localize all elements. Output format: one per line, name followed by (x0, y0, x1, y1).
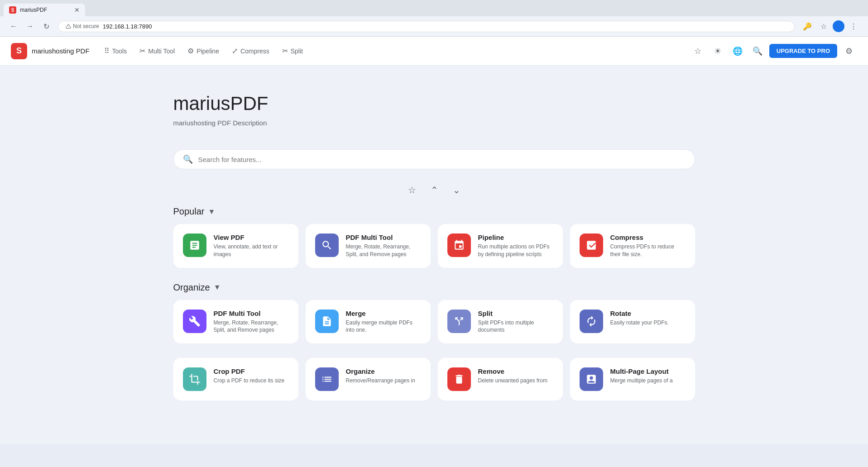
tool-card-organize[interactable]: Organize Remove/Rearrange pages in (306, 358, 431, 400)
merge-name: Merge (346, 310, 421, 317)
back-button[interactable]: ← (7, 20, 20, 33)
browser-tab[interactable]: S mariusPDF ✕ (4, 4, 85, 16)
tool-card-merge[interactable]: Merge Easily merge multiple PDFs into on… (306, 300, 431, 344)
tool-card-rotate[interactable]: Rotate Easily rotate your PDFs. (570, 300, 695, 344)
tool-card-multitool-organize[interactable]: PDF Multi Tool Merge, Rotate, Rearrange,… (173, 300, 298, 344)
tool-card-remove[interactable]: Remove Delete unwanted pages from (438, 358, 563, 400)
upgrade-button[interactable]: UPGRADE TO PRO (769, 44, 837, 58)
settings-button[interactable]: ⚙ (841, 43, 857, 59)
crop-icon (183, 367, 206, 391)
forward-button[interactable]: → (24, 20, 36, 33)
sort-up-button[interactable]: ⌃ (427, 183, 442, 197)
organize2-tools-grid: Crop PDF Crop a PDF to reduce its size O… (173, 358, 695, 400)
compress-desc: Compress PDFs to reduce their file size. (610, 243, 686, 258)
view-pdf-icon (183, 234, 206, 257)
hero-section: mariusPDF mariushosting PDF Description (173, 84, 695, 140)
compress-icon: ⤢ (232, 47, 238, 55)
multitool-organize-desc: Merge, Rotate, Rearrange, Split, and Rem… (214, 319, 289, 334)
popular-chevron[interactable]: ▼ (208, 208, 215, 216)
pipeline-name: Pipeline (478, 234, 553, 241)
tool-card-compress[interactable]: Compress Compress PDFs to reduce their f… (570, 224, 695, 268)
tool-card-multitool-popular[interactable]: PDF Multi Tool Merge, Rotate, Rearrange,… (306, 224, 431, 268)
view-pdf-desc: View, annotate, add text or images (214, 243, 289, 258)
organize-section-header: Organize ▼ (173, 282, 695, 293)
nav-tools[interactable]: ⠿ Tools (99, 44, 133, 58)
favorites-button[interactable]: ☆ (690, 43, 706, 59)
multitool-popular-info: PDF Multi Tool Merge, Rotate, Rearrange,… (346, 234, 421, 258)
split-info: Split Split PDFs into multiple documents (478, 310, 553, 334)
multi-page-info: Multi-Page Layout Merge multiple pages o… (610, 367, 686, 385)
multitool-organize-info: PDF Multi Tool Merge, Rotate, Rearrange,… (214, 310, 289, 334)
multi-page-desc: Merge multiple pages of a (610, 377, 686, 385)
hero-title: mariusPDF (173, 93, 695, 114)
tab-favicon: S (9, 6, 16, 14)
theme-button[interactable]: ☀ (710, 43, 726, 59)
organize-info: Organize Remove/Rearrange pages in (346, 367, 421, 385)
address-input[interactable]: Not secure 192.168.1.18:7890 (58, 21, 795, 32)
tab-close-button[interactable]: ✕ (74, 7, 80, 13)
search-input[interactable] (198, 156, 686, 163)
rotate-icon (580, 310, 603, 333)
tool-card-multi-page[interactable]: Multi-Page Layout Merge multiple pages o… (570, 358, 695, 400)
main-content: mariusPDF mariushosting PDF Description … (163, 66, 706, 433)
rotate-info: Rotate Easily rotate your PDFs. (610, 310, 686, 327)
split-icon: ✂ (282, 47, 288, 55)
popular-tools-grid: View PDF View, annotate, add text or ima… (173, 224, 695, 268)
compress-info: Compress Compress PDFs to reduce their f… (610, 234, 686, 258)
remove-name: Remove (478, 367, 553, 375)
bookmark-button[interactable]: ☆ (816, 19, 831, 33)
browser-actions: 🔑 ☆ ⋮ (800, 19, 861, 33)
tab-bar: S mariusPDF ✕ (0, 4, 868, 16)
avatar[interactable] (833, 20, 844, 32)
popular-section: Popular ▼ View PDF View, annotate, add t… (173, 206, 695, 268)
tool-card-pipeline[interactable]: Pipeline Run multiple actions on PDFs by… (438, 224, 563, 268)
search-bar: 🔍 (173, 149, 695, 169)
password-manager-button[interactable]: 🔑 (800, 19, 815, 33)
search-icon: 🔍 (183, 154, 193, 164)
nav-split[interactable]: ✂ Split (277, 44, 308, 58)
remove-desc: Delete unwanted pages from (478, 377, 553, 385)
nav-multitool[interactable]: ✂ Multi Tool (134, 44, 180, 58)
logo-text: mariushosting PDF (32, 47, 90, 55)
compress-card-icon (580, 234, 603, 257)
nav-pipeline[interactable]: ⚙ Pipeline (182, 44, 225, 58)
tab-title: mariusPDF (20, 7, 71, 13)
crop-name: Crop PDF (214, 367, 289, 375)
organize-section-title: Organize (173, 282, 210, 293)
language-button[interactable]: 🌐 (729, 43, 746, 59)
app-wrapper: S mariushosting PDF ⠿ Tools ✂ Multi Tool… (0, 37, 868, 444)
merge-icon (315, 310, 339, 333)
search-container: 🔍 (173, 149, 695, 169)
multitool-popular-icon (315, 234, 339, 257)
popular-section-header: Popular ▼ (173, 206, 695, 217)
address-bar: ← → ↻ Not secure 192.168.1.18:7890 🔑 ☆ ⋮ (0, 16, 868, 37)
tool-card-split[interactable]: Split Split PDFs into multiple documents (438, 300, 563, 344)
multi-page-icon (580, 367, 603, 391)
nav-actions: ☆ ☀ 🌐 🔍 UPGRADE TO PRO ⚙ (690, 43, 857, 59)
top-nav: S mariushosting PDF ⠿ Tools ✂ Multi Tool… (0, 37, 868, 66)
pipeline-icon: ⚙ (187, 47, 194, 55)
organize-name: Organize (346, 367, 421, 375)
logo-area[interactable]: S mariushosting PDF (11, 43, 90, 59)
not-secure-indicator: Not secure (66, 23, 99, 29)
organize2-section: Crop PDF Crop a PDF to reduce its size O… (173, 358, 695, 400)
logo-icon: S (11, 43, 27, 59)
search-button[interactable]: 🔍 (749, 43, 766, 59)
sort-down-button[interactable]: ⌄ (449, 183, 464, 197)
hero-subtitle: mariushosting PDF Description (173, 119, 695, 127)
tool-card-crop[interactable]: Crop PDF Crop a PDF to reduce its size (173, 358, 298, 400)
favorites-filter-button[interactable]: ☆ (404, 183, 420, 197)
merge-info: Merge Easily merge multiple PDFs into on… (346, 310, 421, 334)
organize-desc: Remove/Rearrange pages in (346, 377, 421, 385)
more-button[interactable]: ⋮ (846, 19, 861, 33)
tool-card-view-pdf[interactable]: View PDF View, annotate, add text or ima… (173, 224, 298, 268)
organize-chevron[interactable]: ▼ (214, 283, 221, 291)
organize-tools-grid: PDF Multi Tool Merge, Rotate, Rearrange,… (173, 300, 695, 344)
split-desc: Split PDFs into multiple documents (478, 319, 553, 334)
merge-desc: Easily merge multiple PDFs into one. (346, 319, 421, 334)
multitool-organize-icon (183, 310, 206, 333)
refresh-button[interactable]: ↻ (40, 20, 53, 33)
organize-section: Organize ▼ PDF Multi Tool Merge, Rotate,… (173, 282, 695, 344)
nav-compress[interactable]: ⤢ Compress (226, 44, 275, 58)
nav-buttons: ← → ↻ (7, 20, 53, 33)
